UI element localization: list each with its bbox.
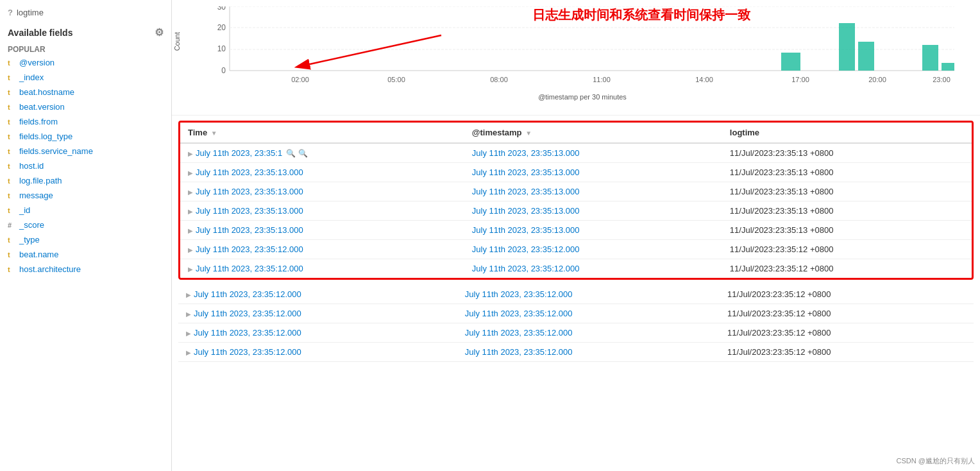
- field-name-label: host.architecture: [19, 264, 81, 274]
- field-name-label: _score: [19, 220, 44, 230]
- sidebar-item-fields-service-name[interactable]: tfields.service_name: [0, 144, 171, 158]
- col-timestamp[interactable]: @timestamp ▼: [464, 123, 722, 143]
- logtime-cell: 11/Jul/2023:23:35:13 +0800: [722, 163, 972, 182]
- timestamp-cell: July 11th 2023, 23:35:13.000: [464, 182, 722, 201]
- type-badge: t: [8, 266, 15, 273]
- time-value: July 11th 2023, 23:35:13.000: [196, 187, 303, 196]
- logtime-cell: 11/Jul/2023:23:35:12 +0800: [722, 240, 972, 259]
- expand-button[interactable]: ▶: [188, 189, 193, 196]
- expand-button[interactable]: ▶: [188, 169, 193, 176]
- timestamp-cell: July 11th 2023, 23:35:13.000: [464, 221, 722, 240]
- watermark: CSDN @尴尬的只有别人: [897, 456, 975, 466]
- sidebar-item--version[interactable]: t@version: [0, 55, 171, 70]
- svg-text:10: 10: [217, 44, 226, 53]
- field-name-label: _id: [19, 205, 30, 215]
- sidebar-item-fields-log-type[interactable]: tfields.log_type: [0, 129, 171, 144]
- svg-rect-18: [839, 23, 855, 71]
- type-badge: t: [8, 148, 15, 155]
- type-badge: t: [8, 59, 15, 67]
- sidebar-item-host-architecture[interactable]: thost.architecture: [0, 262, 171, 277]
- time-cell: ▶July 11th 2023, 23:35:12.000: [178, 323, 457, 343]
- time-cell: ▶July 11th 2023, 23:35:13.000: [180, 163, 464, 182]
- gear-icon[interactable]: ⚙: [155, 26, 164, 39]
- logtime-cell: 11/Jul/2023:23:35:13 +0800: [722, 201, 972, 221]
- table-row: ▶July 11th 2023, 23:35:13.000July 11th 2…: [180, 163, 972, 182]
- svg-text:0: 0: [221, 66, 226, 75]
- timestamp-cell: July 11th 2023, 23:35:12.000: [457, 343, 720, 362]
- normal-rows-box: ▶July 11th 2023, 23:35:12.000July 11th 2…: [178, 285, 974, 362]
- field-name-label: @version: [19, 58, 55, 67]
- svg-rect-20: [922, 45, 938, 71]
- sidebar-item-beat-hostname[interactable]: tbeat.hostname: [0, 85, 171, 99]
- expand-button[interactable]: ▶: [188, 246, 193, 253]
- expand-button[interactable]: ▶: [186, 349, 191, 356]
- expand-button[interactable]: ▶: [188, 227, 193, 234]
- time-cell: ▶July 11th 2023, 23:35:12.000: [178, 343, 457, 362]
- type-badge: t: [8, 74, 15, 81]
- timestamp-cell: July 11th 2023, 23:35:12.000: [457, 323, 720, 343]
- time-value: July 11th 2023, 23:35:12.000: [196, 244, 303, 254]
- type-badge: t: [8, 207, 15, 214]
- sidebar-item-beat-version[interactable]: tbeat.version: [0, 99, 171, 114]
- logtime-cell: 11/Jul/2023:23:35:13 +0800: [722, 182, 972, 201]
- svg-rect-21: [942, 63, 954, 71]
- sidebar-item-beat-name[interactable]: tbeat.name: [0, 247, 171, 262]
- field-name-label: message: [19, 191, 53, 200]
- logtime-cell: 11/Jul/2023:23:35:12 +0800: [720, 304, 974, 323]
- table-row: ▶July 11th 2023, 23:35:12.000July 11th 2…: [178, 323, 974, 343]
- field-name-label: _index: [19, 73, 44, 82]
- svg-text:17:00: 17:00: [791, 76, 809, 83]
- logtime-cell: 11/Jul/2023:23:35:12 +0800: [720, 323, 974, 343]
- svg-text:20: 20: [217, 23, 226, 32]
- expand-button[interactable]: ▶: [186, 330, 191, 337]
- highlighted-table: Time ▼ @timestamp ▼ logtime ▶July 11th 2…: [180, 123, 972, 278]
- sidebar-item--score[interactable]: #_score: [0, 218, 171, 232]
- time-cell: ▶July 11th 2023, 23:35:12.000: [178, 285, 457, 304]
- x-axis-label: @timestamp per 30 minutes: [198, 93, 967, 101]
- field-name-label: beat.name: [19, 250, 58, 259]
- sidebar-item--id[interactable]: t_id: [0, 203, 171, 218]
- sidebar-item--type[interactable]: t_type: [0, 232, 171, 247]
- sidebar-item-log-file-path[interactable]: tlog.file.path: [0, 173, 171, 188]
- time-cell: ▶July 11th 2023, 23:35:13.000: [180, 221, 464, 240]
- time-value: July 11th 2023, 23:35:12.000: [196, 264, 303, 273]
- timestamp-cell: July 11th 2023, 23:35:13.000: [464, 143, 722, 163]
- logtime-cell: 11/Jul/2023:23:35:12 +0800: [722, 259, 972, 278]
- table-row: ▶July 11th 2023, 23:35:12.000July 11th 2…: [180, 259, 972, 278]
- sidebar-item-host-id[interactable]: thost.id: [0, 158, 171, 173]
- table-row: ▶July 11th 2023, 23:35:12.000July 11th 2…: [178, 343, 974, 362]
- table-container[interactable]: Time ▼ @timestamp ▼ logtime ▶July 11th 2…: [172, 116, 980, 471]
- time-value: July 11th 2023, 23:35:12.000: [194, 309, 301, 318]
- filter-icons: 🔍🔍: [286, 149, 308, 158]
- expand-button[interactable]: ▶: [186, 291, 191, 298]
- time-value: July 11th 2023, 23:35:12.000: [194, 328, 301, 338]
- question-mark-icon: ?: [8, 8, 13, 17]
- filter-in-icon[interactable]: 🔍: [286, 149, 296, 158]
- svg-text:20:00: 20:00: [868, 76, 886, 83]
- type-badge: t: [8, 177, 15, 185]
- filter-out-icon[interactable]: 🔍: [298, 149, 308, 158]
- table-row: ▶July 11th 2023, 23:35:12.000July 11th 2…: [180, 240, 972, 259]
- time-cell: ▶July 11th 2023, 23:35:13.000: [180, 182, 464, 201]
- time-value: July 11th 2023, 23:35:12.000: [194, 347, 301, 357]
- time-value: July 11th 2023, 23:35:13.000: [196, 206, 303, 216]
- sidebar-item-message[interactable]: tmessage: [0, 188, 171, 203]
- logtime-cell: 11/Jul/2023:23:35:13 +0800: [722, 221, 972, 240]
- table-row: ▶July 11th 2023, 23:35:13.000July 11th 2…: [180, 221, 972, 240]
- logtime-label: logtime: [17, 8, 44, 17]
- chart-annotation: 日志生成时间和系统查看时间保持一致: [532, 6, 750, 24]
- timestamp-cell: July 11th 2023, 23:35:12.000: [457, 285, 720, 304]
- expand-button[interactable]: ▶: [188, 150, 193, 157]
- expand-button[interactable]: ▶: [188, 208, 193, 215]
- field-name-label: _type: [19, 235, 40, 244]
- type-badge: t: [8, 162, 15, 170]
- expand-button[interactable]: ▶: [188, 266, 193, 273]
- expand-button[interactable]: ▶: [186, 311, 191, 318]
- time-cell: ▶July 11th 2023, 23:35:12.000: [180, 259, 464, 278]
- col-time[interactable]: Time ▼: [180, 123, 464, 143]
- sidebar: ? logtime Available fields ⚙ Popular t@v…: [0, 0, 172, 471]
- type-badge: t: [8, 89, 15, 96]
- sidebar-item-fields-from[interactable]: tfields.from: [0, 114, 171, 129]
- sidebar-item--index[interactable]: t_index: [0, 70, 171, 85]
- main-content: Count 日志生成时间和系统查看时间保持一致 0 10 20 30 02:00…: [172, 0, 980, 471]
